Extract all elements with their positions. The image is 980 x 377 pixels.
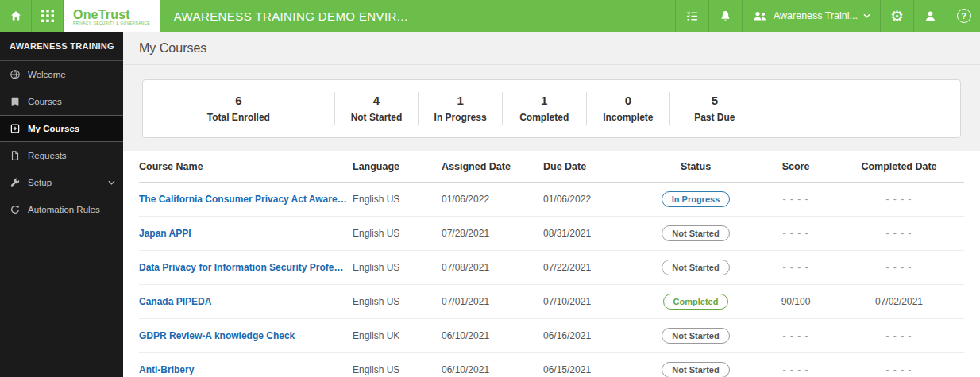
course-link[interactable]: Canada PIPEDA: [139, 287, 353, 316]
main-content: My Courses 6 Total Enrolled 4 Not Starte…: [123, 32, 980, 377]
completed-date-cell: - - - -: [839, 185, 964, 214]
stat-incomplete: 0 Incomplete: [586, 92, 670, 125]
course-link[interactable]: GDPR Review-A knowledge Check: [139, 321, 353, 350]
due-date-cell: 08/31/2021: [543, 219, 639, 248]
due-date-cell: 06/16/2021: [543, 321, 639, 350]
language-cell: English UK: [353, 321, 442, 350]
sidebar-item-setup[interactable]: Setup: [0, 169, 123, 196]
home-button[interactable]: [0, 0, 32, 32]
app-window: OneTrust PRIVACY, SECURITY & GOVERNANCE …: [0, 0, 980, 377]
language-cell: English US: [353, 356, 442, 377]
column-header-score: Score: [758, 151, 839, 182]
column-header-due-date: Due Date: [543, 151, 639, 182]
completed-date-cell: - - - -: [839, 321, 964, 350]
sidebar-item-label: Setup: [28, 178, 52, 187]
help-button[interactable]: ?: [947, 0, 980, 32]
table-row: Data Privacy for Information Security Pr…: [139, 251, 964, 285]
course-link[interactable]: The California Consumer Privacy Act Awar…: [139, 185, 353, 214]
notifications-bell-icon: [719, 10, 732, 23]
sidebar-header: AWARENESS TRAINING: [0, 32, 123, 61]
notifications-button[interactable]: [708, 0, 742, 32]
course-link[interactable]: Anti-Bribery: [139, 356, 353, 377]
onetrust-logo[interactable]: OneTrust PRIVACY, SECURITY & GOVERNANCE: [64, 0, 160, 32]
apps-grid-button[interactable]: [32, 0, 64, 32]
sidebar-item-requests[interactable]: Requests: [0, 142, 123, 169]
assigned-date-cell: 07/28/2021: [442, 219, 543, 248]
table-row: GDPR Review-A knowledge Check English UK…: [139, 319, 964, 353]
people-group-icon: [752, 10, 768, 22]
stat-label: Not Started: [351, 112, 403, 123]
status-badge: Completed: [663, 294, 729, 310]
column-header-language: Language: [353, 151, 442, 182]
status-badge: Not Started: [662, 260, 729, 275]
my-courses-icon: [10, 123, 21, 134]
sidebar-item-my-courses[interactable]: My Courses: [0, 115, 123, 142]
tasks-list-icon: [685, 10, 699, 23]
topbar-left: OneTrust PRIVACY, SECURITY & GOVERNANCE …: [0, 0, 675, 32]
stat-label: Total Enrolled: [207, 112, 270, 123]
settings-gear-icon: ⚙: [890, 9, 904, 24]
table-header-row: Course Name Language Assigned Date Due D…: [139, 151, 964, 183]
score-cell: 90/100: [758, 287, 839, 316]
column-header-status: Status: [639, 151, 758, 182]
help-icon: ?: [957, 9, 971, 23]
wrench-icon: [10, 177, 21, 188]
stats-summary-wrap: 6 Total Enrolled 4 Not Started 1 I: [123, 65, 980, 151]
status-badge: In Progress: [662, 191, 731, 207]
language-cell: English US: [353, 287, 442, 316]
sidebar-item-label: Courses: [28, 97, 62, 106]
due-date-cell: 07/10/2021: [543, 287, 639, 316]
stat-value: 5: [694, 94, 735, 107]
assigned-date-cell: 07/08/2021: [442, 253, 543, 282]
table-row: Japan APPI English US 07/28/2021 08/31/2…: [139, 217, 964, 251]
status-cell: Not Started: [639, 251, 758, 284]
stat-past-due: 5 Past Due: [669, 92, 960, 125]
language-cell: English US: [353, 185, 442, 214]
automation-refresh-icon: [10, 204, 21, 215]
course-link[interactable]: Data Privacy for Information Security Pr…: [139, 253, 353, 282]
score-cell: - - - -: [758, 219, 839, 248]
stat-value: 0: [603, 94, 653, 107]
account-switcher-label: Awareness Traini...: [774, 10, 858, 21]
score-cell: - - - -: [758, 185, 839, 214]
completed-date-cell: - - - -: [839, 219, 964, 248]
assigned-date-cell: 06/10/2021: [442, 356, 543, 377]
stat-label: Completed: [519, 112, 569, 123]
stats-summary-card: 6 Total Enrolled 4 Not Started 1 I: [142, 79, 961, 138]
globe-icon: [10, 69, 21, 80]
score-cell: - - - -: [758, 356, 839, 377]
due-date-cell: 01/06/2022: [543, 185, 639, 214]
account-switcher[interactable]: Awareness Traini...: [742, 0, 880, 32]
topbar-right: Awareness Traini... ⚙ ?: [675, 0, 980, 32]
stat-in-progress: 1 In Progress: [418, 92, 502, 125]
status-cell: Completed: [639, 285, 758, 318]
stat-value: 4: [351, 94, 403, 107]
sidebar-item-courses[interactable]: Courses: [0, 88, 123, 115]
sidebar-item-label: Automation Rules: [28, 205, 100, 214]
stat-label: Past Due: [694, 112, 735, 123]
user-profile-button[interactable]: [913, 0, 947, 32]
stat-label: In Progress: [434, 112, 487, 123]
sidebar-item-welcome[interactable]: Welcome: [0, 61, 123, 88]
document-icon: [10, 150, 21, 161]
course-link[interactable]: Japan APPI: [139, 219, 353, 248]
due-date-cell: 06/15/2021: [543, 356, 639, 377]
status-badge: Not Started: [662, 225, 729, 241]
stat-not-started: 4 Not Started: [334, 92, 419, 125]
stat-value: 1: [434, 94, 487, 107]
chevron-down-icon: [108, 180, 115, 185]
stat-value: 6: [207, 94, 270, 107]
completed-date-cell: - - - -: [839, 253, 964, 282]
stat-value: 1: [519, 94, 569, 107]
home-icon: [10, 10, 22, 22]
logo-tagline: PRIVACY, SECURITY & GOVERNANCE: [73, 21, 150, 25]
settings-button[interactable]: ⚙: [880, 0, 913, 32]
top-navigation-bar: OneTrust PRIVACY, SECURITY & GOVERNANCE …: [0, 0, 980, 32]
due-date-cell: 07/22/2021: [543, 253, 639, 282]
status-badge: Not Started: [662, 362, 729, 377]
tasks-button[interactable]: [675, 0, 708, 32]
completed-date-cell: - - - -: [839, 356, 964, 377]
sidebar-item-automation-rules[interactable]: Automation Rules: [0, 196, 123, 223]
table-row: Anti-Bribery English US 06/10/2021 06/15…: [139, 353, 964, 377]
completed-date-cell: 07/02/2021: [839, 287, 964, 316]
